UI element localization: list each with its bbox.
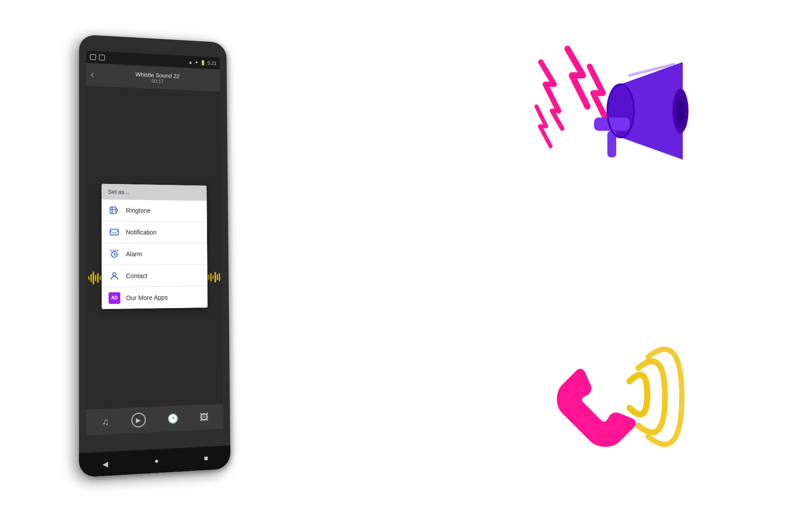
- svg-point-7: [113, 273, 116, 276]
- setas-item-contact[interactable]: Contact: [102, 265, 207, 287]
- alarm-icon: [108, 247, 121, 260]
- setas-popup: Set as... Ringtone: [102, 184, 207, 309]
- svg-point-13: [676, 98, 685, 124]
- back-button[interactable]: ‹: [91, 69, 94, 80]
- status-icon-1: [90, 54, 96, 60]
- ringtone-label: Ringtone: [126, 207, 151, 214]
- playlist-icon[interactable]: ♫: [102, 416, 109, 427]
- notification-icon: [108, 226, 121, 238]
- alarm-label: Alarm: [126, 250, 142, 257]
- status-right: ▲ ✦ 🔋 5:21: [188, 59, 216, 66]
- ringing-illustration: [541, 328, 709, 470]
- battery-icon: 🔋: [200, 60, 206, 66]
- setas-header: Set as...: [102, 184, 207, 200]
- setas-item-notification[interactable]: Notification: [102, 221, 207, 243]
- setas-item-alarm[interactable]: Alarm: [102, 243, 207, 265]
- gallery-icon[interactable]: 🖼: [200, 412, 208, 422]
- contact-label: Contact: [126, 272, 147, 279]
- more-apps-label: Our More Apps: [126, 293, 168, 301]
- setas-item-more-apps[interactable]: AD Our More Apps: [102, 286, 208, 309]
- phone-body: ▲ ✦ 🔋 5:21 ‹ Whistle Sound 22 00:17: [79, 35, 231, 477]
- play-icon[interactable]: ▶: [131, 412, 145, 427]
- top-bar-title-group: Whistle Sound 22 00:17: [98, 69, 216, 86]
- phone-device: ▲ ✦ 🔋 5:21 ‹ Whistle Sound 22 00:17: [71, 35, 239, 497]
- nav-recent-button[interactable]: ■: [204, 454, 208, 462]
- wifi-icon: ▲: [188, 59, 193, 65]
- svg-rect-3: [110, 229, 119, 235]
- ad-badge: AD: [109, 292, 120, 304]
- status-left-icons: [90, 54, 105, 61]
- nav-back-button[interactable]: ◀: [103, 459, 108, 468]
- bluetooth-icon: ✦: [194, 59, 198, 65]
- status-icon-2: [99, 54, 105, 61]
- nav-home-button[interactable]: ●: [155, 457, 159, 465]
- ringtone-icon: [108, 204, 121, 216]
- status-time: 5:21: [207, 60, 216, 66]
- more-apps-icon: AD: [108, 291, 121, 304]
- nav-bar: ◀ ● ■: [79, 446, 231, 477]
- screen-content: Set as... Ringtone: [86, 86, 223, 410]
- setas-item-ringtone[interactable]: Ringtone: [102, 199, 207, 222]
- megaphone-illustration: [514, 27, 700, 222]
- svg-rect-0: [110, 207, 116, 213]
- contact-icon: [108, 270, 121, 282]
- phone-screen: ▲ ✦ 🔋 5:21 ‹ Whistle Sound 22 00:17: [86, 51, 223, 435]
- history-icon[interactable]: 🕐: [167, 413, 178, 424]
- notification-label: Notification: [126, 228, 156, 235]
